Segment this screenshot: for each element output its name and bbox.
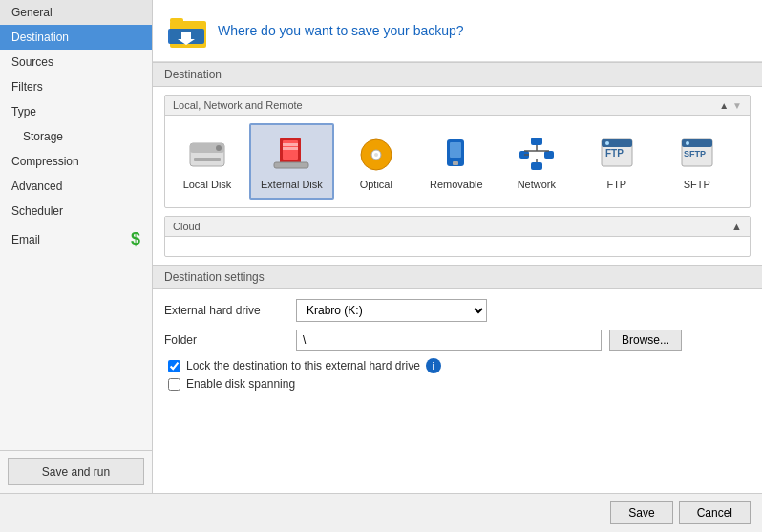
- ftp-icon: FTP: [594, 133, 640, 175]
- ext-drive-row: External hard drive Krabro (K:): [164, 299, 751, 322]
- dest-item-optical[interactable]: Optical: [338, 123, 414, 200]
- svg-point-35: [686, 141, 689, 145]
- sidebar-item-label: Scheduler: [11, 204, 63, 218]
- local-disk-icon: [184, 133, 230, 175]
- svg-rect-1: [170, 18, 183, 23]
- removable-label: Removable: [430, 179, 483, 190]
- sidebar-item-type[interactable]: Type: [0, 99, 152, 124]
- cloud-group: Cloud ▲: [164, 216, 751, 257]
- save-button[interactable]: Save: [610, 501, 672, 524]
- sidebar-item-label: Compression: [11, 155, 79, 168]
- sidebar-item-label: Advanced: [11, 180, 62, 193]
- sidebar-item-label: Filters: [11, 80, 43, 94]
- svg-rect-19: [531, 138, 542, 145]
- dest-item-sftp[interactable]: SFTP SFTP: [659, 123, 735, 200]
- chevron-up-icon: ▲: [719, 100, 729, 111]
- svg-rect-10: [283, 143, 298, 146]
- svg-text:FTP: FTP: [605, 148, 624, 159]
- svg-rect-22: [531, 162, 542, 170]
- sidebar-item-compression[interactable]: Compression: [0, 149, 152, 174]
- svg-rect-21: [544, 151, 554, 159]
- local-disk-label: Local Disk: [183, 179, 232, 190]
- settings-section-label: Destination settings: [153, 265, 762, 289]
- spanning-row: Enable disk spanning: [164, 377, 751, 391]
- svg-text:SFTP: SFTP: [684, 149, 706, 159]
- sidebar-item-label: General: [11, 6, 53, 19]
- info-icon[interactable]: i: [426, 358, 441, 373]
- local-network-group: Local, Network and Remote ▲ ▼ Local Disk…: [164, 95, 751, 208]
- sidebar-item-label: Sources: [11, 55, 53, 69]
- local-network-group-header[interactable]: Local, Network and Remote ▲ ▼: [165, 96, 750, 116]
- sidebar-item-filters[interactable]: Filters: [0, 74, 152, 99]
- ftp-label: FTP: [606, 179, 626, 190]
- dest-items: Local Disk External Disk Optical Removab…: [165, 116, 750, 207]
- spanning-checkbox[interactable]: [168, 378, 180, 391]
- sidebar-item-label: Type: [11, 105, 36, 118]
- scroll-arrow: ▼: [732, 100, 742, 111]
- lock-label[interactable]: Lock the destination to this external ha…: [186, 359, 420, 372]
- svg-point-15: [374, 153, 378, 157]
- svg-point-31: [605, 141, 609, 145]
- sidebar-item-sources[interactable]: Sources: [0, 50, 152, 74]
- dest-item-ftp[interactable]: FTP FTP: [579, 123, 655, 200]
- sidebar-item-scheduler[interactable]: Scheduler: [0, 199, 152, 223]
- cloud-chevron-icon: ▲: [731, 221, 742, 232]
- folder-row: Folder Browse...: [164, 330, 751, 351]
- sidebar-item-label: Destination: [11, 31, 69, 44]
- removable-icon: [434, 133, 479, 175]
- dest-item-local-disk[interactable]: Local Disk: [169, 123, 245, 200]
- cloud-group-content: [165, 237, 750, 256]
- sidebar-item-label: Email: [11, 233, 40, 246]
- dollar-icon: $: [131, 229, 140, 249]
- sidebar: GeneralDestinationSourcesFiltersTypeStor…: [0, 0, 153, 493]
- cloud-group-header[interactable]: Cloud ▲: [165, 217, 750, 237]
- optical-label: Optical: [360, 179, 392, 190]
- browse-button[interactable]: Browse...: [609, 330, 682, 351]
- sidebar-item-storage[interactable]: Storage: [0, 124, 152, 149]
- save-run-button[interactable]: Save and run: [8, 458, 144, 485]
- local-network-label: Local, Network and Remote: [173, 99, 303, 111]
- svg-rect-17: [450, 142, 461, 158]
- spanning-label[interactable]: Enable disk spanning: [186, 377, 295, 391]
- cloud-label: Cloud: [173, 221, 201, 232]
- dest-item-external-disk[interactable]: External Disk: [249, 123, 334, 200]
- destination-section-label: Destination: [153, 62, 762, 87]
- folder-input[interactable]: [296, 330, 602, 351]
- sftp-icon: SFTP: [674, 133, 720, 175]
- external-disk-label: External Disk: [261, 179, 323, 190]
- header-icon: [168, 11, 206, 50]
- sidebar-item-destination[interactable]: Destination: [0, 25, 152, 50]
- optical-icon: [353, 133, 399, 175]
- sidebar-item-label: Storage: [23, 130, 63, 143]
- svg-rect-11: [283, 147, 298, 150]
- dest-item-removable[interactable]: Removable: [418, 123, 495, 200]
- network-icon: [514, 133, 560, 175]
- ext-drive-select[interactable]: Krabro (K:): [296, 299, 487, 322]
- bottom-bar: Save Cancel: [0, 493, 762, 532]
- cancel-button[interactable]: Cancel: [679, 501, 751, 524]
- svg-rect-18: [453, 161, 458, 165]
- content-header: Where do you want to save your backup?: [153, 0, 762, 62]
- svg-rect-7: [194, 158, 221, 161]
- svg-point-6: [216, 145, 222, 151]
- folder-label: Folder: [164, 333, 288, 347]
- sidebar-item-general[interactable]: General: [0, 0, 152, 25]
- sidebar-bottom: Save and run: [0, 450, 152, 493]
- lock-checkbox[interactable]: [168, 360, 180, 372]
- settings-section: External hard drive Krabro (K:) Folder B…: [153, 289, 762, 404]
- svg-rect-12: [274, 162, 308, 168]
- sftp-label: SFTP: [684, 179, 710, 190]
- ext-drive-label: External hard drive: [164, 304, 288, 317]
- dest-item-network[interactable]: Network: [498, 123, 575, 200]
- main-content: Where do you want to save your backup? D…: [153, 0, 762, 493]
- header-title: Where do you want to save your backup?: [218, 23, 464, 38]
- sidebar-item-advanced[interactable]: Advanced: [0, 174, 152, 199]
- sidebar-item-email[interactable]: Email$: [0, 223, 152, 255]
- external-disk-icon: [268, 133, 314, 175]
- network-label: Network: [518, 179, 556, 190]
- lock-row: Lock the destination to this external ha…: [164, 358, 751, 373]
